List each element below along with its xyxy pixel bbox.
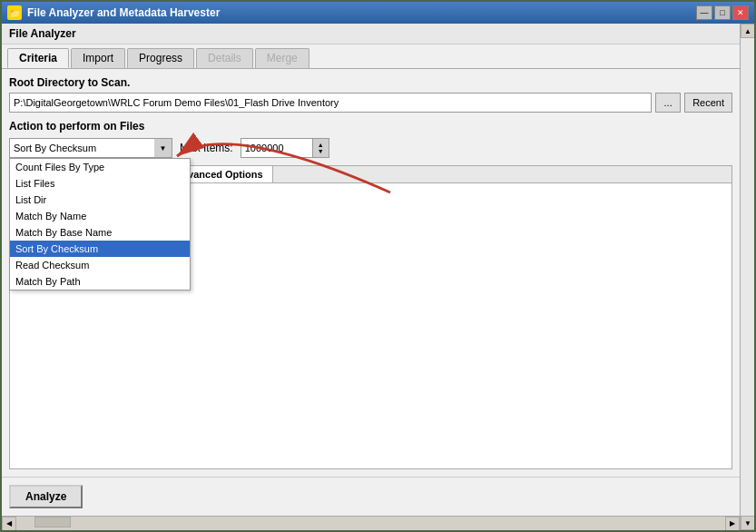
dropdown-item-count-files[interactable]: Count Files By Type [10,159,190,175]
action-dropdown-list[interactable]: Count Files By Type List Files List Dir … [9,158,191,291]
tab-criteria[interactable]: Criteria [7,48,69,68]
maximize-button[interactable]: □ [714,5,731,20]
scroll-down-arrow[interactable]: ▼ [741,516,754,530]
tab-progress[interactable]: Progress [127,48,194,68]
root-dir-section: Root Directory to Scan. ... Recent [9,76,732,113]
section-header: File Analyzer [2,24,740,44]
title-bar: 📁 File Analyzer and Metadata Harvester —… [2,2,754,24]
scroll-track[interactable] [16,517,725,530]
action-row-container: Sort By Checksum ▼ Count Files By Type L… [9,138,732,158]
max-items-wrapper: ▲ ▼ [241,138,329,158]
main-content: File Analyzer Criteria Import Progress D… [2,24,740,530]
recent-button[interactable]: Recent [684,93,732,113]
scroll-left-arrow[interactable]: ◀ [2,517,16,531]
vertical-scrollbar[interactable]: ▲ ▼ [740,24,754,530]
dropdown-item-read-checksum[interactable]: Read Checksum [10,257,190,273]
action-dropdown-wrapper: Sort By Checksum ▼ Count Files By Type L… [9,138,172,158]
dropdown-item-match-base[interactable]: Match By Base Name [10,224,190,241]
max-items-input[interactable] [241,138,313,158]
main-window: 📁 File Analyzer and Metadata Harvester —… [0,0,756,532]
browse-button[interactable]: ... [655,93,681,113]
action-dropdown-selected[interactable]: Sort By Checksum [9,138,172,158]
main-tabs-bar: Criteria Import Progress Details Merge [2,44,740,69]
bottom-bar: Analyze [2,477,740,516]
tab-merge: Merge [255,48,309,68]
root-dir-label: Root Directory to Scan. [9,76,732,89]
max-items-label: Max Items: [180,142,233,154]
scroll-up-arrow[interactable]: ▲ [741,24,754,38]
horizontal-scrollbar[interactable]: ◀ ▶ [2,516,740,530]
dropdown-item-sort-checksum[interactable]: Sort By Checksum [10,241,190,257]
minimize-button[interactable]: — [696,5,712,20]
scroll-right-arrow[interactable]: ▶ [725,517,740,531]
dropdown-item-match-path[interactable]: Match By Path [10,273,190,290]
app-icon: 📁 [7,5,22,20]
dropdown-item-list-dir[interactable]: List Dir [10,192,190,208]
tab-details: Details [196,48,253,68]
action-label: Action to perform on Files [9,120,732,133]
scroll-thumb[interactable] [34,517,71,527]
max-items-spinner[interactable]: ▲ ▼ [313,138,329,158]
action-section: Action to perform on Files Sort By Check… [9,120,732,158]
analyze-button[interactable]: Analyze [9,485,83,508]
title-bar-left: 📁 File Analyzer and Metadata Harvester [7,5,220,20]
dropdown-item-match-name[interactable]: Match By Name [10,208,190,224]
scroll-vertical-track[interactable] [741,38,754,516]
dropdown-item-list-files[interactable]: List Files [10,175,190,192]
root-dir-input[interactable] [9,93,652,113]
dropdown-arrow-icon[interactable]: ▼ [154,138,172,158]
title-bar-buttons: — □ ✕ [696,5,749,20]
window-title: File Analyzer and Metadata Harvester [27,6,220,19]
main-layout: File Analyzer Criteria Import Progress D… [2,24,754,530]
content-area: Root Directory to Scan. ... Recent Actio… [2,69,740,477]
close-button[interactable]: ✕ [732,5,749,20]
dir-input-row: ... Recent [9,93,732,113]
tab-import[interactable]: Import [71,48,125,68]
action-row: Sort By Checksum ▼ Count Files By Type L… [9,138,732,158]
